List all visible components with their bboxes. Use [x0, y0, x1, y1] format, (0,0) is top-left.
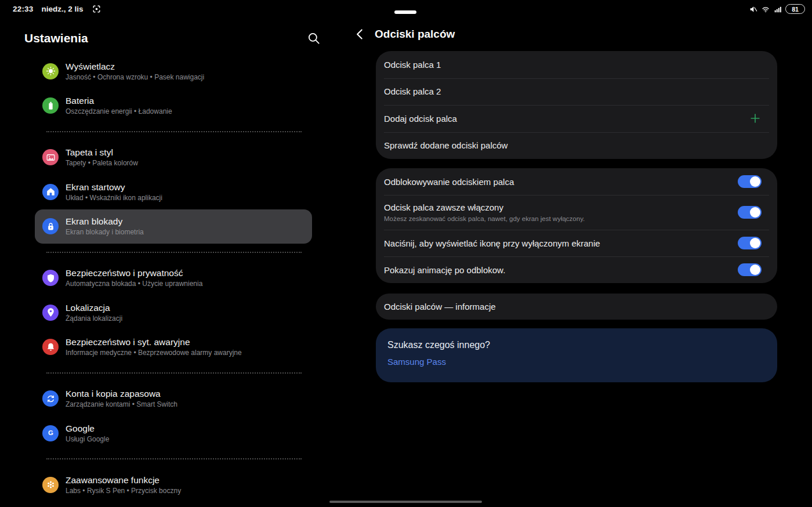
toggle-row-pokazuj-animacj-po-odblokow: Pokazuj animację po odblokow.: [376, 256, 777, 283]
fingerprint-row-label: Odcisk palca 2: [384, 86, 762, 97]
home-gesture-bar[interactable]: [329, 501, 482, 503]
sidebar-item-zaawansowane-funkcje[interactable]: Zaawansowane funkcjeLabs • Rysik S Pen •…: [35, 468, 312, 502]
google-g-icon: G: [42, 425, 59, 441]
fingerprint-row-sprawd-dodane-odciski-palc-w[interactable]: Sprawdź dodane odciski palców: [376, 132, 777, 160]
battery-icon: [42, 97, 59, 114]
detail-title: Odciski palców: [375, 28, 455, 41]
toggle-label: Odcisk palca zawsze włączony: [384, 202, 730, 213]
sidebar-item-sublabel: Jasność • Ochrona wzroku • Pasek nawigac…: [66, 73, 204, 81]
sidebar-item-label: Bezpieczeństwo i syt. awaryjne: [66, 337, 242, 347]
toggle-switch[interactable]: [738, 175, 762, 188]
plus-icon: [749, 112, 762, 125]
fingerprint-row-label: Dodaj odcisk palca: [384, 113, 749, 124]
advanced-flower-icon: [42, 477, 59, 493]
sidebar-group-divider: [35, 244, 312, 261]
fingerprint-row-dodaj-odcisk-palca[interactable]: Dodaj odcisk palca: [376, 105, 777, 132]
emergency-bell-icon: [42, 339, 59, 355]
lock-icon: [42, 218, 59, 234]
fingerprint-row-label: Sprawdź dodane odciski palców: [384, 140, 762, 151]
sidebar-group-divider: [35, 451, 312, 468]
sidebar-item-sublabel: Układ • Wskaźniki ikon aplikacji: [66, 194, 162, 202]
wifi-icon: [761, 5, 770, 14]
toggle-switch[interactable]: [738, 237, 762, 249]
status-bar: 22:33 niedz., 2 lis: [0, 0, 812, 19]
sidebar-item-lokalizacja[interactable]: LokalizacjaŻądania lokalizacji: [35, 295, 312, 330]
signal-icon: [773, 5, 782, 14]
sidebar-item-ekran-blokady[interactable]: Ekran blokadyEkran blokady i biometria: [35, 209, 312, 244]
search-icon[interactable]: [306, 31, 321, 46]
sidebar-item-sublabel: Tapety • Paleta kolorów: [66, 159, 138, 167]
toggle-switch[interactable]: [738, 263, 762, 276]
location-pin-icon: [42, 305, 59, 321]
fingerprint-info-label: Odciski palców — informacje: [384, 301, 762, 312]
fingerprint-row-odcisk-palca-1[interactable]: Odcisk palca 1: [376, 51, 777, 78]
sidebar-item-sublabel: Zarządzanie kontami • Smart Switch: [66, 400, 177, 408]
toggle-switch[interactable]: [738, 206, 762, 219]
sidebar-item-ekran-startowy[interactable]: Ekran startowyUkład • Wskaźniki ikon apl…: [35, 175, 312, 209]
toggle-row-odcisk-palca-zawsze-w-czony: Odcisk palca zawsze włączonyMożesz zeska…: [376, 195, 777, 230]
sidebar-item-bezpiecze-stwo-i-syt-awaryjne[interactable]: Bezpieczeństwo i syt. awaryjneInformacje…: [35, 330, 312, 365]
sidebar-item-konta-i-kopia-zapasowa[interactable]: Konta i kopia zapasowaZarządzanie kontam…: [35, 382, 312, 417]
status-date: niedz., 2 lis: [42, 5, 84, 13]
sidebar-item-sublabel: Labs • Rysik S Pen • Przycisk boczny: [66, 487, 181, 495]
sidebar-item-tapeta-i-styl[interactable]: Tapeta i stylTapety • Paleta kolorów: [35, 140, 312, 175]
sidebar-item-sublabel: Ekran blokady i biometria: [66, 228, 144, 236]
fingerprint-toggles-card: Odblokowywanie odciskiem palcaOdcisk pal…: [376, 168, 777, 283]
battery-icon: 81: [785, 4, 805, 14]
fingerprint-row-label: Odcisk palca 1: [384, 59, 762, 70]
fingerprint-list-card: Odcisk palca 1Odcisk palca 2Dodaj odcisk…: [376, 51, 777, 159]
sidebar-item-bezpiecze-stwo-i-prywatno[interactable]: Bezpieczeństwo i prywatnośćAutomatyczna …: [35, 261, 312, 296]
sidebar-item-google[interactable]: GGoogleUsługi Google: [35, 416, 312, 451]
sidebar-item-sublabel: Żądania lokalizacji: [66, 314, 122, 323]
display-sun-icon: [42, 63, 59, 79]
screen-cast-icon: [92, 4, 102, 14]
shield-icon: [42, 270, 59, 286]
suggestion-title: Szukasz czegoś innego?: [387, 340, 766, 350]
sidebar-item-label: Ekran blokady: [66, 216, 144, 227]
sidebar-item-bateria[interactable]: BateriaOszczędzanie energii • Ładowanie: [35, 89, 312, 124]
camera-notch: [394, 10, 416, 14]
clock: 22:33: [13, 5, 34, 13]
toggle-label: Naciśnij, aby wyświetlać ikonę przy wyłą…: [384, 238, 730, 249]
settings-screen: 22:33 niedz., 2 lis: [0, 0, 812, 507]
suggestion-card: Szukasz czegoś innego? Samsung Pass: [376, 328, 777, 382]
page-title: Ustawienia: [24, 31, 88, 45]
sidebar-item-label: Wyświetlacz: [66, 61, 204, 72]
settings-sidebar: Ustawienia WyświetlaczJasność • Ochrona …: [0, 19, 348, 507]
mute-icon: [749, 5, 758, 14]
svg-text:G: G: [48, 430, 53, 437]
back-chevron-icon[interactable]: [353, 27, 368, 42]
sidebar-item-label: Bateria: [66, 96, 172, 106]
sidebar-item-sublabel: Usługi Google: [66, 435, 109, 443]
toggle-label: Pokazuj animację po odblokow.: [384, 265, 730, 276]
fingerprint-info-card: Odciski palców — informacje: [376, 294, 777, 320]
home-icon: [42, 184, 59, 200]
sidebar-item-sublabel: Automatyczna blokada • Użycie uprawnieni…: [66, 280, 202, 288]
sidebar-item-label: Bezpieczeństwo i prywatność: [66, 268, 202, 278]
fingerprint-row-odcisk-palca-2[interactable]: Odcisk palca 2: [376, 78, 777, 106]
sidebar-item-sublabel: Informacje medyczne • Bezprzewodowe alar…: [66, 349, 242, 357]
toggle-row-naci-nij-aby-wy-wietla-ikon-przy-wy-czonym-ekranie: Naciśnij, aby wyświetlać ikonę przy wyłą…: [376, 230, 777, 256]
wallpaper-icon: [42, 149, 59, 165]
fingerprints-panel: Odciski palców Odcisk palca 1Odcisk palc…: [348, 19, 812, 507]
sidebar-item-label: Tapeta i styl: [66, 147, 138, 158]
fingerprint-info-row[interactable]: Odciski palców — informacje: [376, 294, 777, 320]
sidebar-item-label: Zaawansowane funkcje: [66, 475, 181, 486]
sidebar-group-divider: [35, 123, 312, 140]
sidebar-item-label: Ekran startowy: [66, 182, 162, 193]
sidebar-item-label: Lokalizacja: [66, 303, 122, 313]
sidebar-item-sublabel: Oszczędzanie energii • Ładowanie: [66, 107, 172, 115]
toggle-description: Możesz zeskanować odcisk palca, nawet, g…: [384, 215, 730, 223]
sidebar-item-label: Konta i kopia zapasowa: [66, 389, 177, 399]
samsung-pass-link[interactable]: Samsung Pass: [387, 357, 446, 367]
sidebar-group-divider: [35, 364, 312, 382]
sync-icon: [42, 390, 59, 407]
sidebar-list: WyświetlaczJasność • Ochrona wzroku • Pa…: [35, 54, 312, 502]
sidebar-item-label: Google: [66, 423, 109, 434]
toggle-row-odblokowywanie-odciskiem-palca: Odblokowywanie odciskiem palca: [376, 168, 777, 195]
sidebar-item-wy-wietlacz[interactable]: WyświetlaczJasność • Ochrona wzroku • Pa…: [35, 54, 312, 89]
toggle-label: Odblokowywanie odciskiem palca: [384, 176, 730, 187]
